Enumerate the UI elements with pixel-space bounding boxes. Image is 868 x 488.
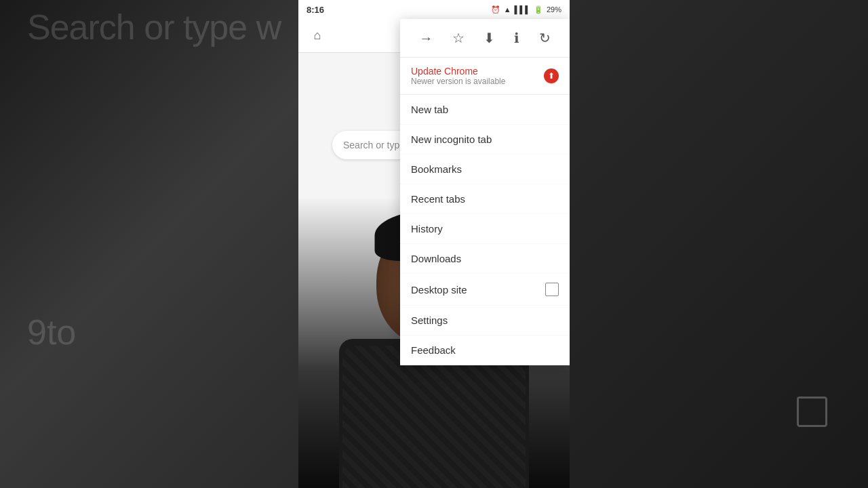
menu-item-bookmarks-label: Bookmarks bbox=[411, 163, 462, 175]
menu-item-incognito-label: New incognito tab bbox=[411, 134, 492, 145]
bg-text-top: Search or type w bbox=[27, 7, 281, 47]
signal-icon: ▌▌▌ bbox=[515, 5, 530, 14]
menu-item-recent-tabs[interactable]: Recent tabs bbox=[400, 184, 570, 214]
desktop-site-checkbox[interactable] bbox=[545, 283, 559, 296]
wifi-icon: ▲ bbox=[504, 5, 511, 14]
bg-right-panel bbox=[563, 0, 868, 488]
alarm-icon: ⏰ bbox=[491, 5, 500, 14]
bg-text-bottom: 9to bbox=[27, 312, 76, 352]
menu-item-desktop-site-label: Desktop site bbox=[411, 284, 467, 296]
status-icons: ⏰ ▲ ▌▌▌ 🔋 29% bbox=[491, 5, 561, 14]
dropdown-refresh-icon[interactable]: ↻ bbox=[535, 26, 555, 50]
dropdown-download-icon[interactable]: ⬇ bbox=[479, 26, 499, 50]
battery-percent: 29% bbox=[547, 5, 561, 14]
menu-item-recent-tabs-label: Recent tabs bbox=[411, 193, 465, 205]
dropdown-toolbar: → ☆ ⬇ ℹ ↻ bbox=[400, 19, 570, 58]
menu-item-downloads-label: Downloads bbox=[411, 253, 461, 264]
menu-item-new-tab[interactable]: New tab bbox=[400, 95, 570, 125]
menu-item-feedback[interactable]: Feedback bbox=[400, 336, 570, 365]
update-chrome-text: Update Chrome Newer version is available bbox=[411, 66, 505, 86]
home-button[interactable]: ⌂ bbox=[305, 24, 330, 48]
menu-item-desktop-site[interactable]: Desktop site bbox=[400, 274, 570, 306]
status-time: 8:16 bbox=[307, 5, 324, 15]
dropdown-star-icon[interactable]: ☆ bbox=[448, 26, 469, 50]
menu-item-settings-label: Settings bbox=[411, 314, 448, 326]
dropdown-info-icon[interactable]: ℹ bbox=[510, 26, 524, 50]
menu-item-bookmarks[interactable]: Bookmarks bbox=[400, 155, 570, 184]
update-chrome-title: Update Chrome bbox=[411, 66, 505, 77]
menu-item-history-label: History bbox=[411, 223, 443, 235]
bg-left-panel: Search or type w 9to bbox=[0, 0, 305, 488]
bg-right-square bbox=[797, 396, 827, 427]
menu-item-feedback-label: Feedback bbox=[411, 344, 456, 356]
update-badge: ⬆ bbox=[544, 68, 559, 83]
menu-item-history[interactable]: History bbox=[400, 214, 570, 244]
menu-item-downloads[interactable]: Downloads bbox=[400, 244, 570, 274]
dropdown-menu: → ☆ ⬇ ℹ ↻ Update Chrome Newer version is… bbox=[400, 19, 570, 365]
dropdown-back-icon[interactable]: → bbox=[415, 26, 437, 50]
menu-item-settings[interactable]: Settings bbox=[400, 306, 570, 336]
update-chrome-subtitle: Newer version is available bbox=[411, 77, 505, 86]
update-chrome-item[interactable]: Update Chrome Newer version is available… bbox=[400, 58, 570, 95]
person-shirt bbox=[342, 346, 526, 488]
menu-item-new-tab-label: New tab bbox=[411, 104, 448, 115]
battery-icon: 🔋 bbox=[534, 5, 543, 14]
status-bar: 8:16 ⏰ ▲ ▌▌▌ 🔋 29% bbox=[298, 0, 570, 19]
menu-item-incognito[interactable]: New incognito tab bbox=[400, 125, 570, 155]
